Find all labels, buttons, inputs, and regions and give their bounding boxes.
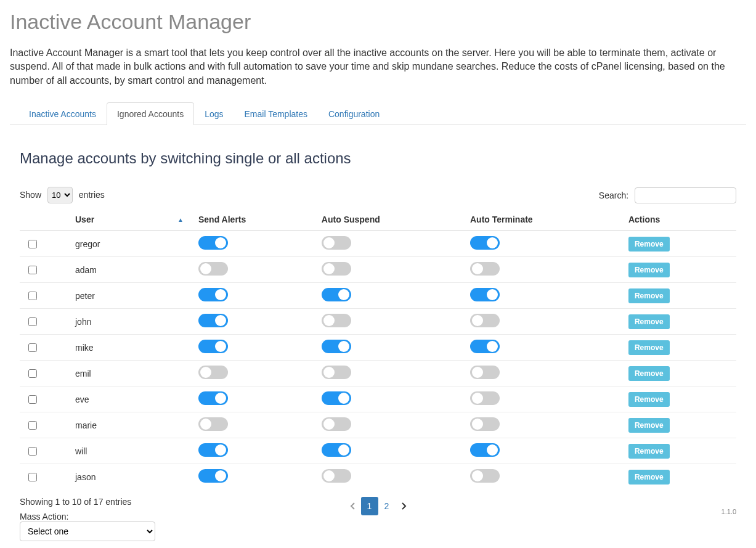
toggle-auto-terminate[interactable] (470, 262, 500, 276)
remove-button[interactable]: Remove (628, 263, 670, 277)
search-label: Search: (599, 190, 628, 200)
section-heading: Manage accounts by switching single or a… (20, 150, 736, 167)
toggle-send-alerts[interactable] (198, 469, 228, 483)
toggle-auto-terminate[interactable] (470, 469, 500, 483)
row-checkbox[interactable] (28, 421, 37, 430)
remove-button[interactable]: Remove (628, 340, 670, 355)
table-row: marieRemove (20, 412, 736, 438)
chevron-right-icon (402, 502, 407, 510)
table-row: mikeRemove (20, 335, 736, 361)
header-send-alerts[interactable]: Send Alerts (198, 208, 322, 231)
toggle-auto-terminate[interactable] (470, 314, 500, 327)
mass-action-select[interactable]: Select one (20, 521, 155, 541)
row-checkbox[interactable] (28, 369, 37, 378)
page-next[interactable] (396, 497, 413, 515)
user-cell: gregor (75, 231, 198, 257)
remove-button[interactable]: Remove (628, 366, 670, 381)
table-row: gregorRemove (20, 231, 736, 257)
header-actions: Actions (628, 208, 736, 231)
tab-configuration[interactable]: Configuration (318, 102, 390, 125)
user-cell: adam (75, 257, 198, 283)
row-checkbox[interactable] (28, 240, 37, 248)
toggle-auto-terminate[interactable] (470, 366, 500, 379)
page-2[interactable]: 2 (378, 497, 396, 515)
row-checkbox[interactable] (28, 395, 37, 404)
table-info: Showing 1 to 10 of 17 entries (20, 497, 155, 507)
toggle-auto-terminate[interactable] (470, 391, 500, 405)
toggle-send-alerts[interactable] (198, 391, 228, 405)
page-description: Inactive Account Manager is a smart tool… (10, 46, 746, 88)
row-checkbox[interactable] (28, 343, 37, 352)
row-checkbox[interactable] (28, 292, 37, 300)
user-cell: mike (75, 335, 198, 361)
toggle-auto-suspend[interactable] (322, 236, 351, 250)
remove-button[interactable]: Remove (628, 418, 670, 433)
entries-select[interactable]: 10 (47, 187, 73, 203)
remove-button[interactable]: Remove (628, 392, 670, 407)
toggle-auto-terminate[interactable] (470, 443, 500, 457)
remove-button[interactable]: Remove (628, 314, 670, 329)
toggle-auto-suspend[interactable] (322, 391, 351, 405)
table-row: peterRemove (20, 283, 736, 309)
tabs-bar: Inactive Accounts Ignored Accounts Logs … (10, 102, 746, 125)
toggle-auto-terminate[interactable] (470, 417, 500, 431)
toggle-send-alerts[interactable] (198, 443, 228, 457)
user-cell: jason (75, 464, 198, 490)
mass-action-label: Mass Action: (20, 512, 155, 521)
toggle-auto-suspend[interactable] (322, 469, 351, 483)
table-row: adamRemove (20, 257, 736, 283)
pagination: 1 2 (344, 497, 413, 515)
tab-inactive-accounts[interactable]: Inactive Accounts (18, 102, 107, 125)
tab-ignored-accounts[interactable]: Ignored Accounts (107, 102, 194, 125)
tab-email-templates[interactable]: Email Templates (234, 102, 318, 125)
toggle-auto-suspend[interactable] (322, 288, 351, 301)
sort-asc-icon: ▲ (177, 216, 184, 223)
table-row: johnRemove (20, 309, 736, 335)
search-control: Search: (599, 187, 736, 203)
remove-button[interactable]: Remove (628, 444, 670, 459)
toggle-auto-terminate[interactable] (470, 340, 500, 353)
user-cell: emil (75, 361, 198, 386)
toggle-auto-terminate[interactable] (470, 236, 500, 250)
user-cell: peter (75, 283, 198, 309)
page-1[interactable]: 1 (361, 497, 378, 515)
toggle-auto-suspend[interactable] (322, 340, 351, 353)
row-checkbox[interactable] (28, 317, 37, 326)
table-row: jasonRemove (20, 464, 736, 490)
row-checkbox[interactable] (28, 447, 37, 456)
table-row: emilRemove (20, 361, 736, 386)
header-user[interactable]: User ▲ (75, 208, 198, 231)
user-cell: john (75, 309, 198, 335)
toggle-auto-suspend[interactable] (322, 417, 351, 431)
toggle-auto-suspend[interactable] (322, 262, 351, 276)
header-auto-terminate[interactable]: Auto Terminate (470, 208, 628, 231)
version-label: 1.1.0 (721, 508, 736, 515)
tab-logs[interactable]: Logs (194, 102, 234, 125)
toggle-send-alerts[interactable] (198, 262, 228, 276)
header-checkbox (20, 208, 75, 231)
toggle-send-alerts[interactable] (198, 417, 228, 431)
toggle-auto-suspend[interactable] (322, 443, 351, 457)
toggle-send-alerts[interactable] (198, 236, 228, 250)
toggle-send-alerts[interactable] (198, 314, 228, 327)
toggle-auto-terminate[interactable] (470, 288, 500, 301)
toggle-send-alerts[interactable] (198, 366, 228, 379)
table-row: eveRemove (20, 386, 736, 412)
toggle-auto-suspend[interactable] (322, 314, 351, 327)
remove-button[interactable]: Remove (628, 470, 670, 485)
toggle-send-alerts[interactable] (198, 288, 228, 301)
header-auto-suspend[interactable]: Auto Suspend (322, 208, 470, 231)
page-prev[interactable] (344, 497, 361, 515)
entries-label: entries (79, 190, 105, 200)
remove-button[interactable]: Remove (628, 288, 670, 303)
remove-button[interactable]: Remove (628, 237, 670, 252)
search-input[interactable] (635, 187, 736, 203)
user-cell: marie (75, 412, 198, 438)
toggle-auto-suspend[interactable] (322, 366, 351, 379)
row-checkbox[interactable] (28, 266, 37, 274)
page-title: Inactive Account Manager (10, 10, 746, 34)
row-checkbox[interactable] (28, 473, 37, 481)
user-cell: will (75, 438, 198, 464)
toggle-send-alerts[interactable] (198, 340, 228, 353)
accounts-table: User ▲ Send Alerts Auto Suspend Auto Ter… (20, 208, 736, 489)
